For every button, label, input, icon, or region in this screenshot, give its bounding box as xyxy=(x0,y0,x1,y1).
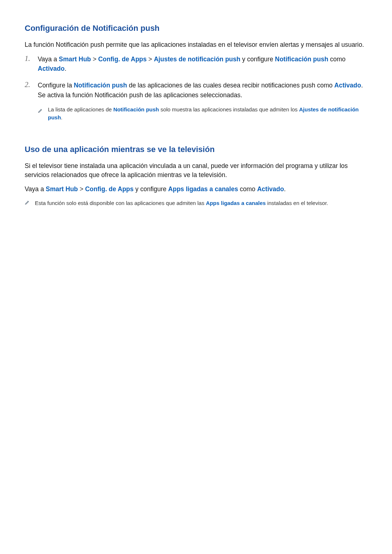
menu-path-config-apps: Config. de Apps xyxy=(98,56,147,63)
setting-value-activado: Activado xyxy=(38,65,65,72)
list-item: 2. Configure la Notificación push de las… xyxy=(25,81,369,122)
text: . xyxy=(65,65,66,72)
pencil-icon xyxy=(25,199,35,206)
text: Esta función solo está disponible con la… xyxy=(35,200,206,206)
step-number: 2. xyxy=(25,81,38,89)
breadcrumb-separator: > xyxy=(91,56,98,63)
path-paragraph: Vaya a Smart Hub > Config. de Apps y con… xyxy=(25,185,369,194)
section-heading-app-while-tv: Uso de una aplicación mientras se ve la … xyxy=(25,144,369,155)
text: instaladas en el televisor. xyxy=(266,200,328,206)
setting-value-activado: Activado xyxy=(334,82,361,89)
menu-path-smart-hub: Smart Hub xyxy=(59,56,91,63)
setting-value-activado: Activado xyxy=(257,185,284,193)
text: Vaya a xyxy=(38,56,59,63)
setting-name-notificacion-push: Notificación push xyxy=(275,56,328,63)
step-body: Configure la Notificación push de las ap… xyxy=(38,81,369,122)
breadcrumb-separator: > xyxy=(78,185,85,193)
text: . xyxy=(61,114,62,120)
note-text: Esta función solo está disponible con la… xyxy=(35,199,369,208)
menu-path-config-apps: Config. de Apps xyxy=(85,185,134,193)
list-item: 1. Vaya a Smart Hub > Config. de Apps > … xyxy=(25,54,369,74)
note-row: Esta función solo está disponible con la… xyxy=(25,199,369,208)
text: solo muestra las aplicaciones instaladas… xyxy=(159,106,299,112)
setting-name-apps-canales: Apps ligadas a canales xyxy=(168,185,238,193)
breadcrumb-separator: > xyxy=(147,56,154,63)
step-body: Vaya a Smart Hub > Config. de Apps > Aju… xyxy=(38,54,369,74)
intro-paragraph: La función Notificación push permite que… xyxy=(25,40,369,49)
section-heading-push-config: Configuración de Notificación push xyxy=(25,23,369,34)
pencil-icon xyxy=(38,106,48,116)
text: como xyxy=(238,185,257,193)
text: como xyxy=(328,56,346,63)
document-page: Configuración de Notificación push La fu… xyxy=(0,0,392,230)
text: y configure xyxy=(134,185,168,193)
intro-paragraph: Si el televisor tiene instalada una apli… xyxy=(25,161,369,180)
section-spacer xyxy=(25,129,369,144)
numbered-steps: 1. Vaya a Smart Hub > Config. de Apps > … xyxy=(25,54,369,122)
setting-name-apps-canales: Apps ligadas a canales xyxy=(206,200,266,206)
step-number: 1. xyxy=(25,54,38,63)
note-text: La lista de aplicaciones de Notificación… xyxy=(48,106,369,122)
text: de las aplicaciones de las cuales desea … xyxy=(127,82,334,89)
setting-name-notificacion-push: Notificación push xyxy=(113,106,159,112)
text: . xyxy=(284,185,286,193)
text: La lista de aplicaciones de xyxy=(48,106,113,112)
menu-path-smart-hub: Smart Hub xyxy=(46,185,78,193)
setting-name-notificacion-push: Notificación push xyxy=(74,82,127,89)
text: Configure la xyxy=(38,82,74,89)
text: Vaya a xyxy=(25,185,46,193)
text: y configure xyxy=(240,56,275,63)
note-row: La lista de aplicaciones de Notificación… xyxy=(38,106,369,122)
menu-path-ajustes: Ajustes de notificación push xyxy=(154,56,240,63)
